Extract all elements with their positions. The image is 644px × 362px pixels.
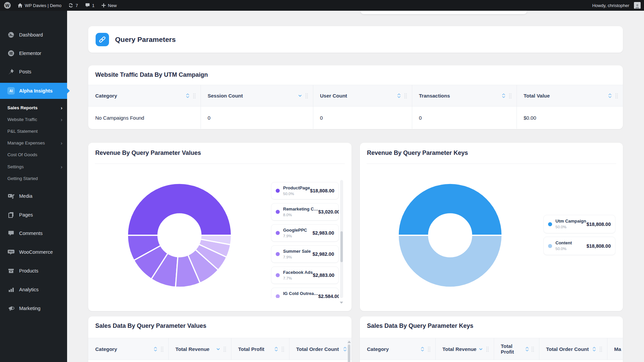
chart-legend[interactable]: ProductPage50.0% $18,808.00 Remarketing … xyxy=(271,180,339,298)
column-header-total-revenue[interactable]: Total Revenue xyxy=(168,338,231,360)
cell-transactions: 0 xyxy=(412,107,517,129)
column-header-total-revenue[interactable]: Total Revenue xyxy=(435,338,494,360)
drag-handle-icon[interactable] xyxy=(223,346,226,352)
sort-icon[interactable] xyxy=(592,347,596,352)
column-header-session-count[interactable]: Session Count xyxy=(201,85,313,106)
sidebar-subitem-getting-started[interactable]: Getting Started xyxy=(0,173,67,184)
sort-desc-icon[interactable] xyxy=(479,347,483,352)
column-header-category[interactable]: Category xyxy=(88,85,201,106)
column-header-total-value[interactable]: Total Value xyxy=(517,85,623,106)
clipped-toolbar xyxy=(361,11,527,14)
revenue-keys-chart-card: Revenue By Query Parameter Keys Utm Camp… xyxy=(360,143,623,311)
account-menu[interactable]: Howdy, christopher xyxy=(589,0,644,11)
sidebar-item-analytics[interactable]: Analytics xyxy=(0,280,67,299)
sort-icon[interactable] xyxy=(274,347,278,352)
column-header-total-order-count[interactable]: Total Order Count xyxy=(289,338,352,360)
column-header-total-order-count[interactable]: Total Order Count xyxy=(539,338,607,360)
drag-handle-icon[interactable] xyxy=(508,93,512,99)
wp-logo-menu[interactable]: W xyxy=(0,0,14,11)
table-scrollbar[interactable] xyxy=(347,340,351,362)
sidebar-item-media[interactable]: Media xyxy=(0,187,67,205)
comments-button[interactable]: 1 xyxy=(82,0,98,11)
sidebar-subitem-cost-of-goods[interactable]: Cost Of Goods xyxy=(0,149,67,161)
updates-icon xyxy=(68,3,73,8)
home-icon xyxy=(17,3,23,8)
drag-handle-icon[interactable] xyxy=(486,346,489,352)
sort-desc-icon[interactable] xyxy=(216,347,220,352)
sort-icon[interactable] xyxy=(343,347,347,352)
sort-icon[interactable] xyxy=(154,347,157,352)
new-button[interactable]: New xyxy=(98,0,120,11)
sidebar-item-posts[interactable]: Posts xyxy=(0,62,67,81)
table-scrollbar-thumb[interactable] xyxy=(348,345,350,362)
sidebar-item-dashboard[interactable]: Dashboard xyxy=(0,25,67,44)
column-header-category[interactable]: Category xyxy=(360,338,435,360)
scroll-up-icon[interactable] xyxy=(347,341,351,343)
column-header-transactions[interactable]: Transactions xyxy=(412,85,517,106)
sidebar-item-label: Media xyxy=(19,193,33,199)
column-header-total-profit[interactable]: Total Profit xyxy=(494,338,539,360)
legend-dot xyxy=(548,244,552,248)
sidebar-subitem-settings[interactable]: Settings › xyxy=(0,161,67,173)
sales-keys-table-card: Sales Data By Query Parameter Keys Categ… xyxy=(360,316,623,362)
sidebar-subitem-manage-expenses[interactable]: Manage Expenses › xyxy=(0,137,67,149)
sidebar-item-elementor[interactable]: Elementor xyxy=(0,44,67,62)
sidebar-item-woocommerce[interactable]: Woo WooCommerce xyxy=(0,243,67,261)
sidebar-item-pages[interactable]: Pages xyxy=(0,205,67,224)
admin-sidebar: Dashboard Elementor Posts AI Alpha Insig… xyxy=(0,11,67,362)
comments-count: 1 xyxy=(92,3,95,8)
legend-item[interactable]: GooglePPC7.9% $2,983.00 xyxy=(271,224,339,242)
drag-handle-icon[interactable] xyxy=(160,346,164,352)
legend-item[interactable]: Utm Campaign50.0% $18,808.00 xyxy=(543,215,615,233)
cell-category: No Campaigns Found xyxy=(88,107,201,129)
drag-handle-icon[interactable] xyxy=(615,93,618,99)
donut-chart-keys[interactable] xyxy=(396,182,504,289)
sidebar-item-marketing[interactable]: Marketing xyxy=(0,299,67,317)
sales-values-table-header: Category Total Revenue Total Profit xyxy=(88,338,352,360)
drag-handle-icon[interactable] xyxy=(427,346,431,352)
sidebar-subitem-sales-reports[interactable]: Sales Reports › xyxy=(0,102,67,114)
legend-scrollbar[interactable] xyxy=(340,180,343,298)
woocommerce-icon: Woo xyxy=(7,248,15,256)
legend-item[interactable]: Facebook Ads7.7% $2,883.00 xyxy=(271,266,339,284)
traffic-table-header: Category Session Count User Count xyxy=(88,85,623,107)
drag-handle-icon[interactable] xyxy=(193,93,196,99)
legend-item[interactable]: IG Cold Outrea…6.9% $2,584.00 xyxy=(271,288,339,298)
drag-handle-icon[interactable] xyxy=(531,346,534,352)
sort-icon[interactable] xyxy=(608,93,612,98)
sidebar-item-alpha-insights[interactable]: AI Alpha Insights xyxy=(0,83,67,99)
sidebar-subitem-website-traffic[interactable]: Website Traffic › xyxy=(0,114,67,125)
column-header-user-count[interactable]: User Count xyxy=(313,85,412,106)
drag-handle-icon[interactable] xyxy=(281,346,284,352)
sidebar-item-label: Alpha Insights xyxy=(19,88,53,94)
chart-legend[interactable]: Utm Campaign50.0% $18,808.00 Content50.0… xyxy=(543,215,615,258)
updates-button[interactable]: 7 xyxy=(65,0,81,11)
legend-item[interactable]: ProductPage50.0% $18,808.00 xyxy=(271,182,339,199)
sort-desc-icon[interactable] xyxy=(298,93,302,98)
updates-count: 7 xyxy=(75,3,78,8)
sidebar-item-label: Elementor xyxy=(19,51,41,56)
drag-handle-icon[interactable] xyxy=(305,93,308,99)
scroll-down-icon[interactable] xyxy=(340,302,343,304)
drag-handle-icon[interactable] xyxy=(599,346,602,352)
sort-icon[interactable] xyxy=(421,347,424,352)
legend-item[interactable]: Remarketing C…8.0% $3,020.00 xyxy=(271,203,339,221)
column-header-clipped[interactable]: Ma xyxy=(607,338,623,360)
sort-icon[interactable] xyxy=(525,347,529,352)
sort-icon[interactable] xyxy=(502,93,505,98)
legend-dot xyxy=(548,222,552,226)
sidebar-item-products[interactable]: Products xyxy=(0,261,67,280)
legend-scrollbar-thumb[interactable] xyxy=(340,231,343,262)
legend-item[interactable]: Summer Sale7.9% $2,982.00 xyxy=(271,245,339,263)
drag-handle-icon[interactable] xyxy=(404,93,407,99)
site-name: WP Davies | Demo xyxy=(25,3,61,8)
donut-chart-values[interactable] xyxy=(126,182,233,289)
column-header-category[interactable]: Category xyxy=(88,338,168,360)
column-header-total-profit[interactable]: Total Profit xyxy=(231,338,289,360)
legend-item[interactable]: Content50.0% $18,808.00 xyxy=(543,237,615,255)
sidebar-item-comments[interactable]: Comments xyxy=(0,224,67,242)
site-name-link[interactable]: WP Davies | Demo xyxy=(14,0,65,11)
sidebar-subitem-pl-statement[interactable]: P&L Statement xyxy=(0,125,67,137)
sort-icon[interactable] xyxy=(186,93,190,98)
sort-icon[interactable] xyxy=(397,93,401,98)
